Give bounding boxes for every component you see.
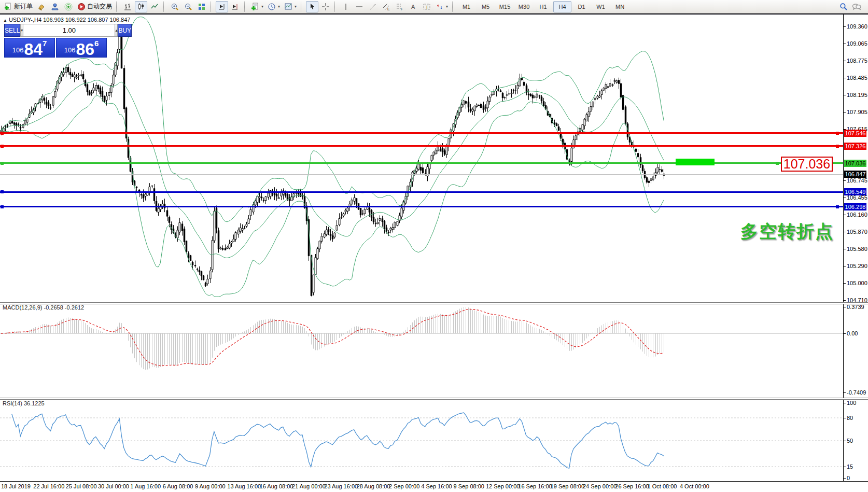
line-handle[interactable]: [1, 132, 4, 135]
rsi-tick-mark: [843, 418, 846, 418]
toolbar-separator: [116, 2, 119, 12]
timeframe-button-h4[interactable]: H4: [553, 1, 571, 12]
macd-tick-label: 0.3739: [847, 304, 864, 310]
line-handle[interactable]: [1, 205, 4, 208]
time-tick-label: 12 Sep 00:00: [486, 483, 520, 489]
templates-button[interactable]: ▾: [283, 1, 298, 12]
time-tick-label: 26 Sep 16:00: [615, 483, 649, 489]
indicators-button[interactable]: ▾: [249, 1, 265, 12]
spin-down-icon: ▾: [21, 28, 23, 33]
time-tick-label: 4 Oct 00:00: [680, 483, 709, 489]
rsi-tick-label: 100: [847, 400, 856, 406]
arrows-button[interactable]: ▾: [434, 1, 450, 12]
horizontal-line-button[interactable]: [353, 1, 366, 12]
new-order-button[interactable]: 新订单: [3, 1, 34, 12]
line-handle[interactable]: [1, 145, 4, 148]
time-tick-label: 25 Jul 08:00: [66, 483, 97, 489]
line-handle[interactable]: [836, 132, 839, 135]
line-price-label: 107.326: [844, 143, 866, 150]
chart-shift-button[interactable]: [229, 1, 242, 12]
horizontal-line[interactable]: [0, 162, 843, 164]
macd-tick-mark: [843, 392, 846, 393]
rsi-tick-label: 80: [847, 415, 853, 421]
rsi-tick-label: 50: [847, 438, 853, 444]
timeframe-button-m5[interactable]: M5: [477, 1, 495, 12]
buy-price-display[interactable]: 106866: [56, 38, 107, 58]
horizontal-line[interactable]: [0, 191, 843, 193]
sell-button[interactable]: SELL: [4, 24, 20, 37]
window-border: [0, 13, 868, 15]
buy-price-sup: 6: [94, 39, 99, 48]
collapse-triangle-icon[interactable]: ▲: [3, 18, 7, 23]
auto-scroll-button[interactable]: [216, 1, 228, 12]
timeframe-button-m1[interactable]: M1: [457, 1, 475, 12]
trendline-icon: [369, 3, 377, 11]
price-axis-line: [843, 15, 844, 481]
price-tick-label: 109.360: [847, 23, 867, 30]
time-tick-label: 1 Oct 08:00: [648, 483, 677, 489]
timeframe-button-w1[interactable]: W1: [592, 1, 610, 12]
indicators-icon: [251, 3, 259, 11]
text-button[interactable]: A: [407, 1, 419, 12]
price-tick-mark: [843, 266, 846, 266]
timeframe-button-m15[interactable]: M15: [496, 1, 514, 12]
timeframe-button-m30[interactable]: M30: [515, 1, 533, 12]
horizontal-line-icon: [355, 3, 363, 11]
editor-button[interactable]: [35, 1, 48, 12]
price-callout-box[interactable]: 107.036: [781, 157, 833, 172]
line-handle[interactable]: [1, 162, 4, 165]
fibonacci-button[interactable]: F: [394, 1, 406, 12]
trendline-button[interactable]: [367, 1, 379, 12]
price-tick-mark: [843, 283, 846, 284]
chat-button[interactable]: [850, 1, 863, 12]
line-handle[interactable]: [836, 145, 839, 148]
auto-trading-button[interactable]: 自动交易: [76, 1, 114, 12]
time-tick-label: 9 Aug 00:00: [195, 483, 226, 489]
equidistant-channel-button[interactable]: E: [380, 1, 393, 12]
line-price-label: 106.549: [844, 188, 866, 195]
line-chart-icon: [150, 3, 159, 11]
cursor-button[interactable]: [306, 1, 318, 12]
profile-icon: [51, 3, 59, 11]
line-chart-button[interactable]: [148, 1, 161, 12]
horizontal-line[interactable]: [0, 132, 843, 134]
sell-price-display[interactable]: 106847: [4, 38, 55, 58]
vertical-line-button[interactable]: [340, 1, 352, 12]
cursor-icon: [308, 3, 316, 11]
timeframe-button-d1[interactable]: D1: [572, 1, 591, 12]
timeframe-button-h1[interactable]: H1: [534, 1, 552, 12]
horizontal-line[interactable]: [0, 145, 843, 147]
auto-trading-label: 自动交易: [87, 2, 112, 11]
time-tick-label: 6 Aug 08:00: [163, 483, 193, 489]
volume-input[interactable]: [23, 24, 115, 37]
search-button[interactable]: [837, 1, 849, 12]
line-handle[interactable]: [1, 190, 4, 193]
horizontal-line[interactable]: [0, 206, 843, 207]
macd-tick-label: -0.7409: [847, 389, 866, 396]
price-tick-label: 105.870: [847, 229, 867, 235]
price-chart-canvas[interactable]: [0, 0, 868, 492]
price-tick-mark: [843, 26, 846, 27]
buy-button[interactable]: BUY: [118, 24, 132, 37]
price-tick-mark: [843, 112, 846, 113]
rsi-tick-label: 15: [847, 463, 853, 470]
crosshair-button[interactable]: [319, 1, 332, 12]
current-price-line: [0, 174, 843, 175]
highlight-rectangle[interactable]: [676, 159, 715, 165]
rsi-panel-splitter[interactable]: [0, 398, 868, 400]
text-label-button[interactable]: T: [421, 1, 433, 12]
zoom-out-button[interactable]: [182, 1, 194, 12]
macd-panel-splitter[interactable]: [0, 302, 868, 304]
profile-button[interactable]: [49, 1, 61, 12]
line-handle[interactable]: [776, 162, 779, 165]
line-handle[interactable]: [836, 205, 839, 208]
tile-windows-button[interactable]: [195, 1, 208, 12]
candlestick-button[interactable]: [135, 1, 147, 12]
bar-chart-button[interactable]: [121, 1, 134, 12]
timeframe-button-mn[interactable]: MN: [611, 1, 629, 12]
annotation-text[interactable]: 多空转折点: [740, 220, 834, 244]
signals-button[interactable]: [62, 1, 75, 12]
zoom-in-button[interactable]: [169, 1, 181, 12]
periods-button[interactable]: ▾: [266, 1, 282, 12]
price-tick-label: 108.195: [847, 92, 867, 98]
